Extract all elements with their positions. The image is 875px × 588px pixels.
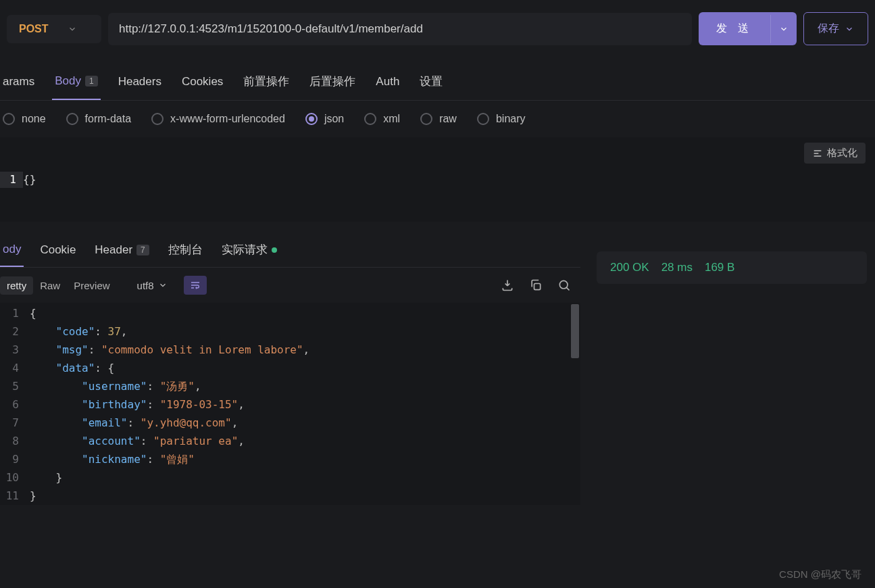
code-content: "msg": "commodo velit in Lorem labore", (30, 341, 309, 359)
resp-tab-body[interactable]: ody (0, 237, 24, 267)
method-select[interactable]: POST (7, 15, 101, 43)
body-count-badge: 1 (85, 76, 98, 87)
tab-headers[interactable]: Headers (116, 68, 164, 99)
wrap-toggle-icon[interactable] (184, 276, 207, 295)
code-line: 8 "account": "pariatur ea", (0, 432, 580, 450)
status-size: 169 B (705, 261, 734, 274)
download-icon[interactable] (501, 278, 514, 292)
radio-xml[interactable]: xml (364, 113, 400, 125)
resp-tab-header[interactable]: Header 7 (92, 238, 151, 266)
send-label: 发 送 (699, 12, 770, 45)
chevron-down-icon (158, 280, 168, 290)
header-count-badge: 7 (136, 245, 149, 255)
status-code: 200 OK (610, 261, 649, 274)
response-tabs: ody Cookie Header 7 控制台 实际请求 (0, 227, 580, 268)
line-number: 1 (0, 304, 30, 322)
code-content: "email": "y.yhd@qq.com", (30, 414, 238, 432)
send-button[interactable]: 发 送 (699, 12, 797, 45)
tab-params[interactable]: arams (0, 68, 37, 99)
line-number: 9 (0, 450, 30, 468)
line-number: 4 (0, 359, 30, 377)
code-line: 5 "username": "汤勇", (0, 377, 580, 395)
tab-auth[interactable]: Auth (373, 68, 402, 99)
code-line: 9 "nickname": "曾娟" (0, 450, 580, 468)
format-button[interactable]: 格式化 (804, 143, 866, 164)
svg-rect-0 (534, 284, 541, 290)
radio-none[interactable]: none (3, 113, 46, 125)
code-line: 7 "email": "y.yhd@qq.com", (0, 414, 580, 432)
request-editor-header: 格式化 (0, 137, 875, 169)
tab-settings[interactable]: 设置 (417, 67, 445, 100)
view-preview[interactable]: Preview (67, 276, 116, 295)
tab-cookies[interactable]: Cookies (179, 68, 226, 99)
view-raw[interactable]: Raw (33, 276, 67, 295)
url-input[interactable] (108, 13, 692, 45)
view-pretty[interactable]: retty (0, 276, 33, 295)
watermark: CSDN @码农飞哥 (779, 568, 861, 581)
response-area: ody Cookie Header 7 控制台 实际请求 retty Raw P… (0, 227, 875, 505)
radio-urlencoded[interactable]: x-www-form-urlencoded (151, 113, 285, 125)
line-number: 3 (0, 341, 30, 359)
response-toolbar: retty Raw Preview utf8 (0, 268, 580, 303)
chevron-down-icon (845, 24, 854, 34)
tab-post[interactable]: 后置操作 (307, 67, 358, 100)
radio-json[interactable]: json (305, 113, 344, 125)
code-content: "nickname": "曾娟" (30, 450, 195, 468)
line-number: 1 (0, 172, 23, 188)
method-label: POST (19, 23, 49, 35)
line-number: 6 (0, 395, 30, 414)
code-content: } (30, 487, 36, 505)
code-content: "username": "汤勇", (30, 377, 201, 395)
line-number: 2 (0, 322, 30, 341)
line-number: 10 (0, 468, 30, 487)
body-type-radios: none form-data x-www-form-urlencoded jso… (0, 101, 875, 137)
status-box: 200 OK 28 ms 169 B (597, 251, 867, 284)
send-dropdown[interactable] (770, 15, 797, 43)
radio-form-data[interactable]: form-data (66, 113, 131, 125)
line-number: 5 (0, 377, 30, 395)
save-label: 保存 (818, 22, 839, 36)
svg-point-1 (559, 280, 568, 289)
code-content: "account": "pariatur ea", (30, 432, 245, 450)
code-content: { (30, 304, 36, 322)
radio-raw[interactable]: raw (420, 113, 457, 125)
status-time: 28 ms (661, 261, 693, 274)
search-icon[interactable] (557, 278, 571, 292)
status-dot-icon (272, 247, 277, 253)
request-body-editor[interactable]: 1 {} (0, 169, 875, 222)
response-body-viewer[interactable]: 1{2 "code": 37,3 "msg": "commodo velit i… (0, 303, 580, 505)
code-line: 4 "data": { (0, 359, 580, 377)
code-line: 2 "code": 37, (0, 322, 580, 341)
resp-tab-console[interactable]: 控制台 (166, 237, 205, 267)
format-icon (812, 148, 823, 159)
request-tabs: arams Body 1 Headers Cookies 前置操作 后置操作 A… (0, 57, 875, 101)
encoding-select[interactable]: utf8 (132, 277, 173, 294)
code-content: "data": { (30, 359, 114, 377)
tab-body[interactable]: Body 1 (52, 68, 100, 100)
resp-tab-actual[interactable]: 实际请求 (219, 237, 280, 267)
line-number: 7 (0, 414, 30, 432)
save-button[interactable]: 保存 (803, 12, 868, 45)
code-line: 3 "msg": "commodo velit in Lorem labore"… (0, 341, 580, 359)
copy-icon[interactable] (529, 278, 543, 292)
chevron-down-icon (68, 24, 77, 34)
line-number: 11 (0, 487, 30, 505)
code-content: } (30, 468, 62, 487)
code-content: "birthday": "1978-03-15", (30, 395, 245, 414)
line-number: 8 (0, 432, 30, 450)
code-line: 11} (0, 487, 580, 505)
code-line: 1{ (0, 304, 580, 322)
code-content: "code": 37, (30, 322, 128, 341)
request-body-content: {} (23, 172, 36, 188)
scrollbar-thumb[interactable] (571, 304, 579, 358)
resp-tab-cookie[interactable]: Cookie (37, 238, 78, 266)
code-line: 6 "birthday": "1978-03-15", (0, 395, 580, 414)
tab-pre[interactable]: 前置操作 (241, 67, 292, 100)
request-bar: POST 发 送 保存 (0, 0, 875, 57)
radio-binary[interactable]: binary (477, 113, 526, 125)
code-line: 10 } (0, 468, 580, 487)
